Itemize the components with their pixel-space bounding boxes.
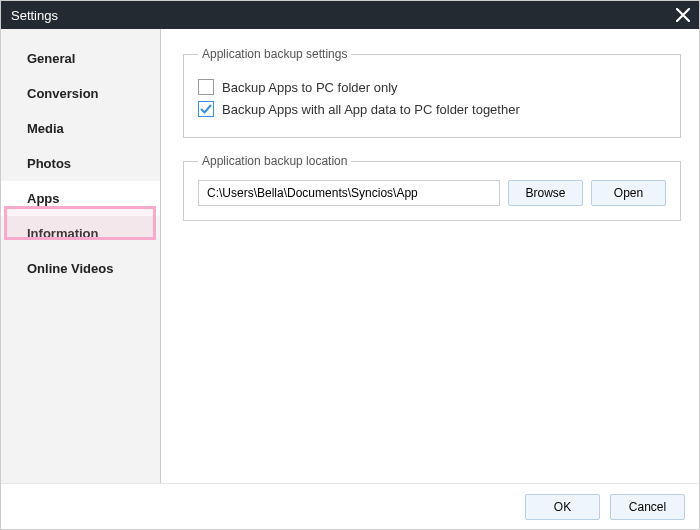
sidebar-item-label: General [27,51,75,66]
titlebar: Settings [1,1,699,29]
sidebar-item-information[interactable]: Information [1,216,160,251]
location-row: Browse Open [198,180,666,206]
content-panel: Application backup settings Backup Apps … [161,29,699,483]
backup-settings-group: Application backup settings Backup Apps … [183,47,681,138]
sidebar-item-label: Online Videos [27,261,113,276]
sidebar-item-label: Conversion [27,86,99,101]
sidebar-item-apps[interactable]: Apps [1,181,160,216]
option-with-data-row: Backup Apps with all App data to PC fold… [198,101,666,117]
backup-path-input[interactable] [198,180,500,206]
option-folder-only-label: Backup Apps to PC folder only [222,80,398,95]
sidebar-item-media[interactable]: Media [1,111,160,146]
checkbox-with-data[interactable] [198,101,214,117]
dialog-body: General Conversion Media Photos Apps Inf… [1,29,699,483]
sidebar-item-online-videos[interactable]: Online Videos [1,251,160,286]
option-folder-only-row: Backup Apps to PC folder only [198,79,666,95]
sidebar-item-general[interactable]: General [1,41,160,76]
checkbox-folder-only[interactable] [198,79,214,95]
cancel-button[interactable]: Cancel [610,494,685,520]
sidebar-item-label: Photos [27,156,71,171]
browse-button[interactable]: Browse [508,180,583,206]
backup-location-group: Application backup location Browse Open [183,154,681,221]
settings-dialog: Settings General Conversion Media Photos… [0,0,700,530]
sidebar-item-photos[interactable]: Photos [1,146,160,181]
sidebar-item-label: Media [27,121,64,136]
backup-location-legend: Application backup location [198,154,351,168]
open-button[interactable]: Open [591,180,666,206]
sidebar: General Conversion Media Photos Apps Inf… [1,29,161,483]
backup-settings-legend: Application backup settings [198,47,351,61]
sidebar-item-conversion[interactable]: Conversion [1,76,160,111]
ok-button[interactable]: OK [525,494,600,520]
sidebar-item-label: Apps [27,191,60,206]
dialog-footer: OK Cancel [1,483,699,529]
option-with-data-label: Backup Apps with all App data to PC fold… [222,102,520,117]
window-title: Settings [11,8,58,23]
close-icon[interactable] [675,7,691,23]
sidebar-item-label: Information [27,226,99,241]
